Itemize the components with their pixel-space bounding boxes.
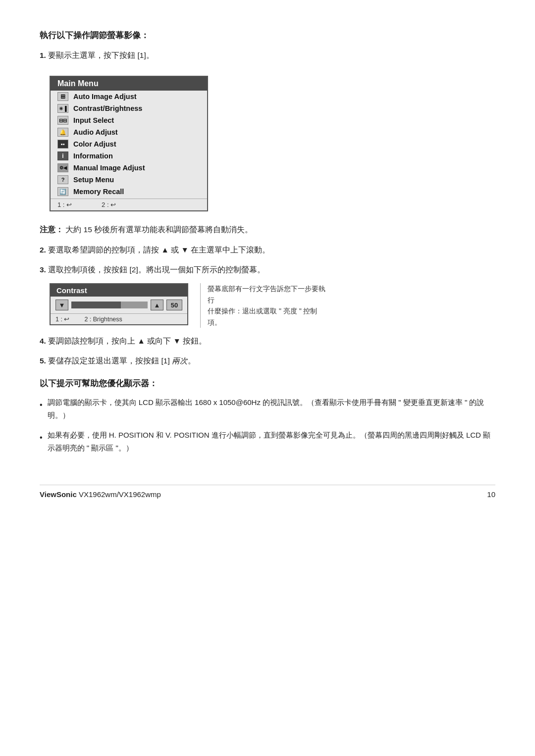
contrast-note-line1: 螢幕底部有一行文字告訴您下一步要執行 <box>208 283 329 305</box>
step-2: 2. 要選取希望調節的控制項，請按 ▲ 或 ▼ 在主選單中上下滾動。 <box>40 244 495 256</box>
menu-item-label: Auto Image Adjust <box>73 93 137 101</box>
step-4: 4. 要調節該控制項，按向上 ▲ 或向下 ▼ 按鈕。 <box>40 335 495 348</box>
tips-heading: 以下提示可幫助您優化顯示器： <box>40 378 495 389</box>
step2-text: 要選取希望調節的控制項，請按 ▲ 或 ▼ 在主選單中上下滾動。 <box>48 246 270 254</box>
menu-footer-left: 1 : ↩ <box>57 201 72 208</box>
setup-menu-icon: ? <box>57 175 68 184</box>
step5-text: 要儲存設定並退出選單，按按鈕 [1] <box>48 356 172 365</box>
contrast-slider-row: ▼ ▲ 50 <box>51 297 187 313</box>
contrast-increase-btn[interactable]: ▲ <box>151 300 163 310</box>
bullet-text-1: 調節電腦的顯示卡，使其向 LCD 顯示器輸出 1680 x 1050@60Hz … <box>48 396 495 422</box>
menu-item-label: Manual Image Adjust <box>73 164 145 172</box>
auto-image-adjust-icon: ⊞ <box>57 92 68 101</box>
menu-item-setup-menu[interactable]: ? Setup Menu <box>51 174 207 186</box>
bullet-item-1: • 調節電腦的顯示卡，使其向 LCD 顯示器輸出 1680 x 1050@60H… <box>40 396 495 422</box>
contrast-bar-fill <box>71 302 121 308</box>
menu-item-label: Input Select <box>73 116 114 124</box>
contrast-footer-right: 2 : Brightness <box>84 316 122 323</box>
information-icon: i <box>57 151 68 160</box>
menu-item-label: Color Adjust <box>73 140 116 148</box>
bullet-text-2: 如果有必要，使用 H. POSITION 和 V. POSITION 進行小幅調… <box>48 429 495 455</box>
contrast-footer: 1 : ↩ 2 : Brightness <box>51 313 187 324</box>
audio-adjust-icon: 🔔 <box>57 128 68 137</box>
step-1: 1. 要顯示主選單，按下按鈕 [1]。 <box>40 49 495 62</box>
step5-number: 5. <box>40 356 46 365</box>
tips-section: 以下提示可幫助您優化顯示器： • 調節電腦的顯示卡，使其向 LCD 顯示器輸出 … <box>40 378 495 455</box>
contrast-note: 螢幕底部有一行文字告訴您下一步要執行 什麼操作：退出或選取 " 亮度 " 控制項… <box>200 283 329 328</box>
contrast-box: Contrast ▼ ▲ 50 1 : ↩ 2 : Brightness <box>50 283 188 325</box>
footer-brand-model: ViewSonic VX1962wm/VX1962wmp <box>40 490 161 499</box>
contrast-title: Contrast <box>51 284 187 297</box>
note-line: 注意： 大約 15 秒後所有選單功能表和調節螢幕將自動消失。 <box>40 223 495 236</box>
main-menu-box: Main Menu ⊞ Auto Image Adjust ✳▐ Contras… <box>50 76 208 211</box>
contrast-brightness-icon: ✳▐ <box>57 104 68 113</box>
contrast-footer-left: 1 : ↩ <box>55 315 69 323</box>
step5-end: 。 <box>188 356 196 365</box>
input-select-icon: ⊟⊟ <box>57 116 68 125</box>
main-heading: 執行以下操作調節螢幕影像： <box>40 30 495 41</box>
contrast-value: 50 <box>166 300 182 310</box>
menu-footer: 1 : ↩ 2 : ↩ <box>51 199 207 210</box>
step3-text: 選取控制項後，按按鈕 [2]。將出現一個如下所示的控制螢幕。 <box>48 265 265 274</box>
bullet-dot-1: • <box>40 398 43 412</box>
footer-brand: ViewSonic <box>40 490 77 499</box>
contrast-note-line2: 什麼操作：退出或選取 " 亮度 " 控制項。 <box>208 305 329 328</box>
menu-item-input-select[interactable]: ⊟⊟ Input Select <box>51 114 207 126</box>
step1-text: 要顯示主選單，按下按鈕 [1]。 <box>48 51 154 59</box>
contrast-decrease-btn[interactable]: ▼ <box>55 300 68 310</box>
menu-item-audio-adjust[interactable]: 🔔 Audio Adjust <box>51 126 207 138</box>
color-adjust-icon: ▪▪ <box>57 140 68 149</box>
footer: ViewSonic VX1962wm/VX1962wmp 10 <box>40 485 495 499</box>
step-5: 5. 要儲存設定並退出選單，按按鈕 [1] 兩次。 <box>40 354 495 367</box>
menu-item-label: Contrast/Brightness <box>73 104 142 112</box>
menu-item-label: Information <box>73 152 113 160</box>
menu-item-label: Audio Adjust <box>73 128 118 136</box>
step3-number: 3. <box>40 265 46 274</box>
contrast-bar <box>71 302 148 308</box>
menu-item-auto-image-adjust[interactable]: ⊞ Auto Image Adjust <box>51 91 207 102</box>
menu-footer-right: 2 : ↩ <box>102 201 116 208</box>
note-bold: 注意： <box>40 225 63 234</box>
menu-item-label: Setup Menu <box>73 176 114 184</box>
step4-text: 要調節該控制項，按向上 ▲ 或向下 ▼ 按鈕。 <box>48 337 207 345</box>
bullet-dot-2: • <box>40 431 43 445</box>
menu-item-color-adjust[interactable]: ▪▪ Color Adjust <box>51 138 207 150</box>
step4-number: 4. <box>40 337 46 345</box>
menu-item-manual-image-adjust[interactable]: ⚙◀ Manual Image Adjust <box>51 162 207 174</box>
step5-italic: 兩次 <box>172 356 188 365</box>
menu-item-label: Memory Recall <box>73 188 124 196</box>
footer-page: 10 <box>487 490 495 499</box>
menu-item-memory-recall[interactable]: 🔄 Memory Recall <box>51 186 207 198</box>
contrast-wrapper: Contrast ▼ ▲ 50 1 : ↩ 2 : Brightness 螢幕底… <box>50 283 495 328</box>
manual-image-adjust-icon: ⚙◀ <box>57 163 68 172</box>
menu-title: Main Menu <box>51 77 207 91</box>
bullet-item-2: • 如果有必要，使用 H. POSITION 和 V. POSITION 進行小… <box>40 429 495 455</box>
menu-item-information[interactable]: i Information <box>51 150 207 162</box>
menu-item-contrast-brightness[interactable]: ✳▐ Contrast/Brightness <box>51 102 207 114</box>
step1-number: 1. <box>40 51 46 59</box>
note-text: 大約 15 秒後所有選單功能表和調節螢幕將自動消失。 <box>65 225 253 234</box>
step-3: 3. 選取控制項後，按按鈕 [2]。將出現一個如下所示的控制螢幕。 <box>40 263 495 276</box>
step2-number: 2. <box>40 246 46 254</box>
memory-recall-icon: 🔄 <box>57 187 68 196</box>
